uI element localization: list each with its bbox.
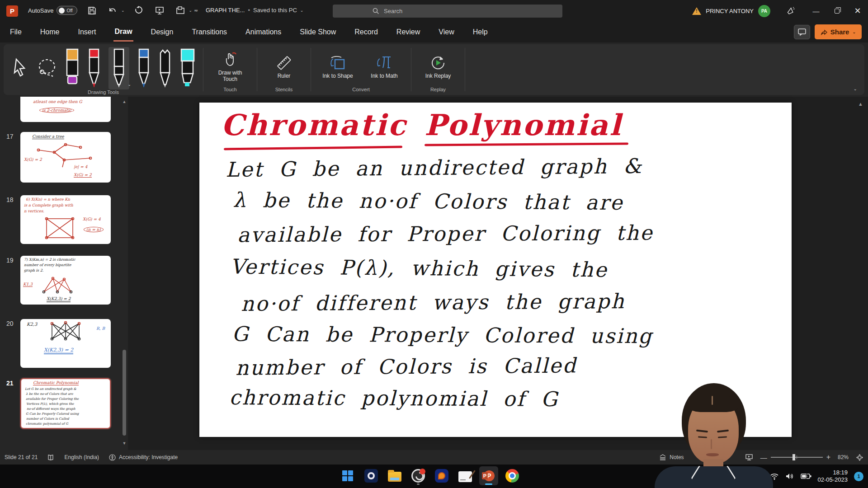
scroll-down-arrow[interactable]: ▼	[122, 441, 127, 446]
camera-app-icon[interactable]	[362, 466, 381, 485]
share-button[interactable]: Share ⌄	[815, 24, 862, 39]
slide-thumbnail-21-selected[interactable]: Chromatic Polynomial Let G be an undirec…	[20, 378, 111, 429]
handwritten-line-2: λ be the no·of Colors that are	[233, 188, 624, 215]
eraser-tool-button[interactable]	[65, 48, 80, 88]
powerpoint-logo-icon[interactable]: P	[6, 5, 18, 17]
notification-badge[interactable]: 1	[854, 472, 863, 481]
redo-button[interactable]	[132, 4, 146, 17]
zoom-slider-thumb[interactable]	[793, 454, 795, 460]
tab-view[interactable]: View	[438, 23, 455, 41]
tab-help[interactable]: Help	[472, 23, 489, 41]
screenshot-button[interactable]	[174, 4, 187, 17]
tab-record[interactable]: Record	[354, 23, 379, 41]
tab-design[interactable]: Design	[150, 23, 175, 41]
tab-transitions[interactable]: Transitions	[191, 23, 228, 41]
document-separator: •	[248, 7, 250, 14]
restore-button[interactable]	[826, 0, 847, 22]
warning-icon[interactable]	[692, 7, 701, 15]
ink-to-math-button[interactable]: Ink to Math	[365, 55, 404, 79]
highlighter-tool-button[interactable]	[179, 48, 196, 88]
scroll-up-arrow[interactable]: ▲	[122, 99, 127, 104]
tab-slide-show[interactable]: Slide Show	[299, 23, 337, 41]
tab-draw[interactable]: Draw	[113, 23, 133, 42]
zoom-level[interactable]: 82%	[838, 454, 849, 460]
tab-review[interactable]: Review	[396, 23, 421, 41]
select-tool-button[interactable]	[11, 57, 29, 79]
customize-toolbar-chevron[interactable]: ≂	[194, 8, 198, 14]
autosave-toggle[interactable]: Off	[57, 6, 77, 15]
document-info[interactable]: GRAPH THE... • Saved to this PC ⌄	[206, 7, 303, 14]
scrollbar-thumb[interactable]	[123, 350, 126, 436]
start-button[interactable]	[338, 466, 357, 485]
spellcheck-button[interactable]	[47, 454, 54, 461]
minimize-button[interactable]: —	[806, 0, 826, 22]
tab-animations[interactable]: Animations	[245, 23, 282, 41]
fit-to-window-button[interactable]	[856, 454, 863, 461]
save-button[interactable]	[85, 4, 99, 17]
pen-options-chevron[interactable]: ⌄	[127, 82, 131, 87]
language-selector[interactable]: English (India)	[64, 454, 99, 460]
save-status[interactable]: Saved to this PC	[253, 7, 297, 14]
ribbon-right-actions: Share ⌄	[794, 24, 862, 39]
document-title[interactable]: GRAPH THE...	[206, 7, 245, 14]
ink-replay-button[interactable]: Ink Replay	[419, 55, 458, 79]
obs-studio-icon[interactable]	[409, 466, 428, 485]
share-dropdown-chevron: ⌄	[852, 30, 856, 34]
user-avatar[interactable]: PA	[758, 5, 770, 17]
pencil-tool-button[interactable]	[158, 48, 172, 88]
search-input[interactable]	[384, 8, 538, 14]
title-bar: P AutoSave Off ⌄ ⌄	[0, 0, 868, 22]
ink-to-shape-button[interactable]: Ink to Shape	[318, 55, 357, 79]
search-box[interactable]	[333, 5, 562, 18]
lasso-tool-button[interactable]	[37, 57, 57, 79]
slide-thumbnail-16[interactable]: atleast one edge then G is 2-chromatic	[20, 97, 111, 122]
file-explorer-icon[interactable]	[385, 466, 404, 485]
zoom-in-button[interactable]: +	[826, 453, 830, 461]
touch-hand-icon	[223, 52, 237, 67]
tab-insert[interactable]: Insert	[77, 23, 97, 41]
share-icon	[821, 29, 827, 35]
document-dropdown-chevron[interactable]: ⌄	[300, 8, 304, 13]
black-pen-button-selected[interactable]: ⌄	[108, 47, 129, 89]
draw-with-touch-button[interactable]: Draw with Touch	[211, 52, 250, 82]
slide-thumbnail-19[interactable]: 7) X(Km,n) = 2 is chromatic number of ev…	[20, 256, 111, 305]
tab-file[interactable]: File	[9, 23, 23, 41]
user-name[interactable]: PRINCY ANTONY	[706, 8, 754, 14]
close-button[interactable]: ✕	[847, 0, 868, 22]
slide-thumbnail-17[interactable]: Consider a tree X(G) = 2 |e| = 4 X(G) = …	[20, 132, 111, 183]
powerpoint-taskbar-icon[interactable]: PP	[479, 466, 498, 485]
undo-dropdown-chevron[interactable]: ⌄	[121, 8, 125, 13]
canvas-scroll-up-arrow[interactable]: ▲	[858, 101, 863, 107]
handwritten-line-5: no·of different ways the graph	[241, 289, 626, 316]
comments-button[interactable]	[794, 25, 810, 39]
slide-number-21: 21	[6, 380, 18, 387]
blue-pen-button[interactable]	[137, 48, 151, 88]
collapse-ribbon-chevron[interactable]: ⌄	[854, 86, 857, 91]
screen-recorder-app-icon[interactable]	[432, 466, 451, 485]
slide-thumbnail-18[interactable]: 6) X(Kn) = n where Kn is a Complete grap…	[20, 195, 111, 244]
chrome-icon[interactable]	[503, 466, 522, 485]
group-label-stencils: Stencils	[257, 87, 311, 95]
whiteboard-app-icon[interactable]	[456, 466, 475, 485]
thumbnail-panel-scrollbar[interactable]: ▲ ▼	[122, 97, 127, 450]
thumbnail-text: X(K2,3) = 2	[47, 296, 71, 302]
zoom-slider-track[interactable]	[771, 457, 823, 458]
slide-thumbnail-20[interactable]: K2,3 R, B X(K2,3) = 2	[20, 319, 111, 368]
undo-button[interactable]	[106, 4, 119, 17]
slide-title-word-2: Polynomial	[425, 108, 623, 142]
coming-soon-icon[interactable]	[780, 0, 801, 22]
start-presentation-button[interactable]	[153, 4, 166, 17]
thumbnail-text: K1,3	[23, 282, 33, 287]
red-pen-button[interactable]	[87, 48, 101, 88]
autosave-control[interactable]: AutoSave Off	[28, 6, 77, 15]
clock[interactable]: 18:19 02-05-2023	[818, 469, 848, 483]
volume-icon[interactable]	[785, 473, 794, 480]
battery-icon[interactable]	[801, 473, 811, 479]
screenshot-dropdown-chevron[interactable]: ⌄	[189, 8, 193, 13]
thumbnail-text: Vertices P(λ), which gives the	[26, 402, 74, 406]
accessibility-checker[interactable]: Accessibility: Investigate	[109, 454, 178, 461]
thumbnail-text: no·of different ways the graph	[27, 407, 75, 411]
tab-home[interactable]: Home	[39, 23, 61, 41]
ruler-button[interactable]: Ruler	[264, 55, 303, 79]
slide-title-word-1: Chromatic	[221, 108, 407, 142]
